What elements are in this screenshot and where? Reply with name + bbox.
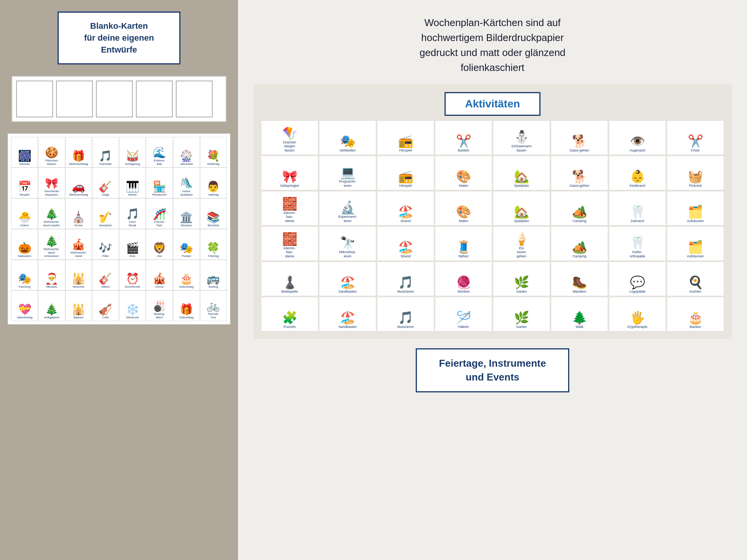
grid-label: Valentinstag (17, 316, 33, 319)
grid-item: 🎬Kino (119, 229, 146, 260)
akt-label: Nähen (458, 254, 469, 259)
grid-item: 🎶Flöte (92, 229, 119, 260)
akt-label: Frisör (691, 148, 700, 153)
akt-label: Strand (400, 219, 411, 223)
akt-label: Malen (459, 219, 468, 223)
grid-label: Saxophon (99, 224, 112, 227)
grid-item: 🕌Bayram (65, 290, 92, 321)
grid-item: 🎡Jahrmarkt (173, 137, 200, 168)
grid-label: Moschee (73, 285, 84, 288)
akt-icon: 🏡 (514, 170, 529, 183)
grid-icon: 🎪 (153, 273, 166, 284)
grid-item: ⛪Kirche (65, 198, 92, 229)
grid-label: Neujahr (20, 193, 30, 196)
akt-label: Programm-ieren (339, 180, 356, 188)
feiertage-box: Feiertage, Instrumente und Events (416, 348, 569, 392)
grid-item: 🎻Cello (92, 290, 119, 321)
aktivitaten-grid: 🪁Drachensteigenlassen🎭Verkleiden📻Hörspie… (261, 120, 724, 331)
akt-item: ⛄Schneemannbauen (493, 120, 550, 155)
akt-label: Brettspiele (281, 290, 298, 294)
grid-item: 🎵Klarinette (92, 137, 119, 168)
grid-label: Weihnachts-markt (71, 251, 87, 258)
grid-item: 🎄Weihnachts-baumschmücken (38, 229, 65, 260)
akt-label: Klemm-bau-steine (284, 211, 296, 223)
akt-item: ✂️Basteln (435, 120, 492, 155)
akt-label: Kochen (689, 290, 701, 294)
akt-icon: ♟️ (282, 276, 297, 288)
grid-item: 🎁Weihnachtstag (65, 137, 92, 168)
akt-item: 📻Hörspiel (377, 120, 434, 155)
grid-icon: 🌊 (153, 147, 166, 158)
grid-item: 🎪Weihnachts-markt (65, 229, 92, 260)
grid-icon: 🕌 (72, 273, 85, 284)
akt-item: 🪡Häkeln (435, 297, 492, 331)
grid-icon: 🏛️ (180, 212, 193, 223)
akt-item: ✂️Frisör (667, 120, 724, 155)
grid-item: 🏪Restaurant (146, 168, 173, 198)
akt-icon: 📻 (398, 170, 413, 183)
akt-icon: 🐕 (572, 135, 587, 147)
aktivitaten-title: Aktivitäten (465, 98, 520, 110)
grid-icon: 🎸 (99, 181, 112, 192)
akt-label: Hörspiel (399, 184, 412, 188)
akt-item: 🎭Verkleiden (319, 120, 376, 155)
grid-item: 🚲Fahrrad-Tour (200, 290, 227, 321)
grid-label: IndoorSpielplatz (180, 189, 193, 196)
akt-item: 🧺Picknick (667, 156, 724, 190)
akt-item: 🎵Musizieren (377, 297, 434, 331)
akt-icon: 🧶 (456, 276, 471, 288)
akt-item: 🏖️Sandkasten (319, 297, 376, 331)
grid-label: Sommerzeit (125, 285, 140, 288)
grid-label: Geburtstag (179, 285, 193, 288)
akt-icon: 🔭 (340, 237, 355, 249)
akt-label: Experiment-ieren (338, 215, 357, 223)
grid-item: 🎪Circus (146, 260, 173, 290)
grid-icon: 🎀 (45, 178, 58, 189)
akt-item: 🧱Klemm-bau-steine (261, 191, 318, 226)
blanko-title: Blanko-Karten für deine eigenen Entwürfe (70, 20, 168, 56)
akt-icon: 🪡 (456, 311, 471, 324)
akt-icon: ✂️ (688, 135, 703, 147)
akt-label: Drachensteigenlassen (283, 140, 296, 153)
grid-label: Freizeit-Park (154, 220, 165, 227)
akt-item: 🎨Malen (435, 191, 492, 226)
grid-item: 🎸Gitarre (92, 260, 119, 290)
akt-label: Picknick (689, 184, 702, 188)
akt-item: 🦷Kiefer-orthopäde (609, 226, 666, 261)
grid-item: 🎵Chor/Musik (119, 198, 146, 229)
grid-icon: 🍪 (45, 147, 58, 158)
grid-label: Weihnachtstag (69, 162, 88, 166)
grid-icon: 🚌 (207, 273, 220, 284)
grid-icon: 🎆 (18, 151, 31, 161)
grid-label: Klarinette (99, 162, 112, 166)
akt-item: 📻Hörspiel (377, 156, 434, 190)
akt-icon: 🍳 (688, 276, 703, 288)
grid-icon: ⛪ (72, 212, 85, 223)
grid-label: Plötzchenbacken (45, 159, 58, 166)
akt-icon: 🐕 (572, 170, 587, 183)
grid-item: 🎳Bowling-Bahn (146, 290, 173, 321)
akt-item: 🏖️Strand (377, 191, 434, 226)
akt-item: 🎨Malen (435, 156, 492, 190)
akt-label: Sandkasten (339, 290, 357, 294)
grid-label: Theater (182, 254, 192, 258)
grid-icon: 🎅 (45, 273, 58, 284)
akt-icon: 🏕️ (572, 241, 587, 253)
akt-label: Augenarzt (630, 148, 645, 153)
grid-label: Gitarre (101, 285, 110, 288)
akt-item: 🌲Wald (551, 297, 608, 331)
grid-icon: 🎭 (180, 243, 193, 254)
grid-label: Circus (155, 285, 164, 288)
grid-icon: 👨 (207, 181, 220, 192)
grid-item: ⏰Sommerzeit (119, 260, 146, 290)
grid-icon: 🎂 (180, 273, 193, 284)
grid-item: 📚Bücherei (200, 198, 227, 229)
aktivitaten-title-box: Aktivitäten (445, 92, 540, 116)
akt-item: 🧱Klemm-bau-steine (261, 226, 318, 261)
akt-label: Musizieren (397, 290, 414, 294)
akt-item: 🪁Drachensteigenlassen (261, 120, 318, 155)
grid-label: Geburtstag (179, 316, 193, 319)
grid-item: ❄️Winterzeit (119, 290, 146, 321)
akt-label: Eisessengehen (517, 246, 526, 259)
grid-icon: 🎬 (126, 243, 139, 254)
